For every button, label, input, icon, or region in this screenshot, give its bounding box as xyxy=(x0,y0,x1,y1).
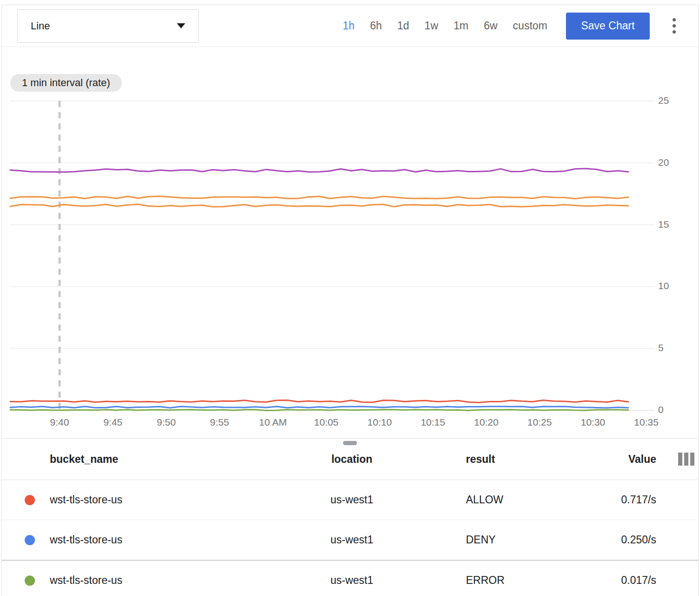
bucket-name-cell: wst-tls-store-us xyxy=(50,534,281,546)
x-axis-tick-label: 9:55 xyxy=(210,417,229,428)
series-line-wst-tls-store-us us-west1 DENY[interactable] xyxy=(10,406,628,408)
bucket-name-cell: wst-tls-store-us xyxy=(50,574,281,587)
x-axis-tick-label: 10:30 xyxy=(581,417,606,428)
table-row[interactable]: wst-tls-store-us us-west1 DENY 0.250/s xyxy=(2,520,698,560)
table-row[interactable]: wst-tls-store-us us-west1 ALLOW 0.717/s xyxy=(2,480,698,520)
chart-plot-area[interactable]: 1 min interval (rate) 05101520259:409:45… xyxy=(2,47,698,438)
location-header: location xyxy=(281,453,423,466)
legend-table: bucket_name location result Value wst-tl… xyxy=(2,438,698,596)
y-axis-tick-label: 15 xyxy=(658,219,669,230)
time-range-1d[interactable]: 1d xyxy=(397,20,410,32)
chart-card: Line 1h6h1d1w1m6wcustom Save Chart 1 min… xyxy=(1,5,699,596)
series-line-wst-tls-store-us us-west1 ERROR[interactable] xyxy=(10,410,628,411)
columns-icon[interactable] xyxy=(678,453,694,466)
y-axis-tick-label: 5 xyxy=(658,342,664,353)
series-color-dot xyxy=(25,535,35,545)
chart-toolbar: Line 1h6h1d1w1m6wcustom Save Chart xyxy=(2,5,698,47)
bucket-name-cell: wst-tls-store-us xyxy=(50,494,281,506)
series-color-dot xyxy=(25,576,35,586)
location-cell: us-west1 xyxy=(281,494,423,506)
x-axis-tick-label: 10:20 xyxy=(474,417,499,428)
value-cell: 0.017/s xyxy=(573,574,658,587)
series-line-unlabeled-orange-upper[interactable] xyxy=(10,196,628,199)
save-chart-button[interactable]: Save Chart xyxy=(566,13,650,40)
time-range-1h[interactable]: 1h xyxy=(343,20,355,32)
chart-type-dropdown[interactable]: Line xyxy=(17,9,199,43)
x-axis-tick-label: 10:35 xyxy=(634,417,659,428)
value-cell: 0.250/s xyxy=(573,534,658,546)
time-range-1m[interactable]: 1m xyxy=(454,20,469,32)
series-line-unlabeled-purple[interactable] xyxy=(10,169,628,172)
y-axis-tick-label: 25 xyxy=(658,95,669,106)
bucket-name-header: bucket_name xyxy=(50,453,281,466)
x-axis-tick-label: 9:45 xyxy=(103,417,122,428)
time-range-6w[interactable]: 6w xyxy=(484,20,497,32)
value-header: Value xyxy=(573,453,658,466)
y-axis-tick-label: 20 xyxy=(658,157,669,168)
y-axis-tick-label: 0 xyxy=(658,404,664,415)
series-line-wst-tls-store-us us-west1 ALLOW[interactable] xyxy=(10,400,628,402)
x-axis-tick-label: 10:10 xyxy=(367,417,392,428)
table-row[interactable]: wst-tls-store-us us-west1 ERROR 0.017/s xyxy=(2,560,698,596)
result-cell: ERROR xyxy=(423,574,573,587)
x-axis-tick-label: 10 AM xyxy=(259,417,287,428)
result-cell: DENY xyxy=(423,534,573,546)
result-header: result xyxy=(423,453,573,466)
x-axis-tick-label: 9:40 xyxy=(50,417,69,428)
x-axis-tick-label: 10:15 xyxy=(421,417,445,428)
chevron-down-icon xyxy=(177,23,185,28)
more-options-kebab-icon[interactable] xyxy=(664,13,684,40)
line-chart[interactable] xyxy=(2,47,698,438)
chart-type-value: Line xyxy=(31,20,50,32)
series-color-dot xyxy=(25,495,35,505)
drag-handle[interactable] xyxy=(343,441,357,445)
time-range-1w[interactable]: 1w xyxy=(424,20,438,32)
location-cell: us-west1 xyxy=(281,574,423,587)
y-axis-tick-label: 10 xyxy=(658,280,669,291)
result-cell: ALLOW xyxy=(423,494,573,506)
time-range-group: 1h6h1d1w1m6wcustom xyxy=(343,20,547,32)
x-axis-tick-label: 10:25 xyxy=(527,417,552,428)
value-cell: 0.717/s xyxy=(573,494,658,506)
time-range-6h[interactable]: 6h xyxy=(370,20,382,32)
location-cell: us-west1 xyxy=(281,534,423,546)
series-line-unlabeled-orange-lower[interactable] xyxy=(10,204,628,207)
x-axis-tick-label: 10:05 xyxy=(314,417,339,428)
time-range-custom[interactable]: custom xyxy=(513,20,547,32)
x-axis-tick-label: 9:50 xyxy=(157,417,176,428)
